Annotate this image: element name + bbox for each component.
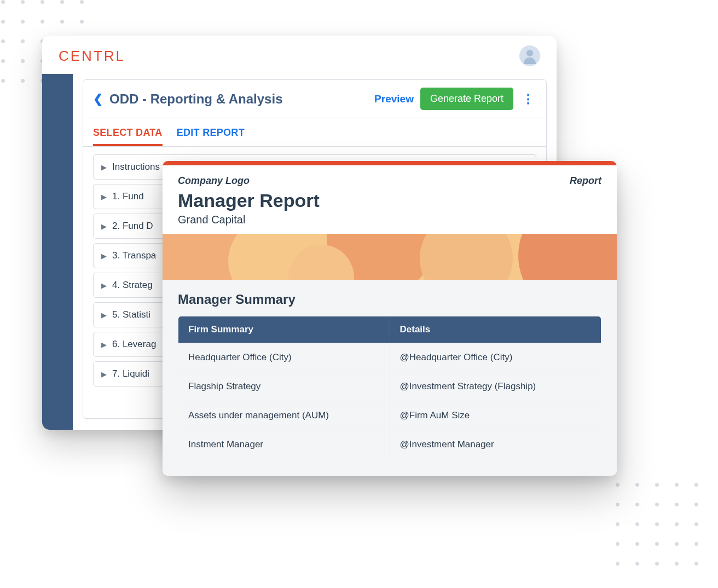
report-type-label: Report [570, 175, 601, 187]
table-header-details: Details [390, 316, 601, 343]
chevron-right-icon: ▶ [101, 311, 107, 319]
brand-logo: CENTRL [59, 48, 125, 65]
table-row: Headquarter Office (City) @Headquarter O… [178, 343, 601, 372]
table-row: Assets under management (AUM) @Firm AuM … [178, 401, 601, 430]
summary-table: Firm Summary Details Headquarter Office … [178, 316, 601, 459]
app-header: CENTRL [42, 36, 557, 74]
summary-title: Manager Summary [178, 292, 601, 307]
cell-detail: @Investment Strategy (Flagship) [390, 372, 601, 401]
table-row: Flagship Strategy @Investment Strategy (… [178, 372, 601, 401]
company-logo-placeholder: Company Logo [178, 175, 250, 187]
cell-firm: Headquarter Office (City) [178, 343, 390, 372]
section-label: 3. Transpa [112, 250, 156, 261]
chevron-right-icon: ▶ [101, 341, 107, 349]
avatar[interactable] [519, 45, 540, 66]
report-subtitle: Grand Capital [178, 214, 601, 226]
section-label: 5. Statisti [112, 309, 150, 320]
preview-link[interactable]: Preview [374, 93, 414, 105]
chevron-right-icon: ▶ [101, 163, 107, 171]
tab-edit-report[interactable]: EDIT REPORT [177, 127, 245, 146]
panel-header: ❮ ODD - Reporting & Analysis Preview Gen… [83, 80, 546, 118]
generate-report-button[interactable]: Generate Report [420, 88, 513, 110]
report-header: Company Logo Report Manager Report Grand… [163, 165, 617, 234]
page-title: ODD - Reporting & Analysis [109, 91, 368, 107]
decorative-dots-bottom [616, 483, 699, 566]
cell-firm: Assets under management (AUM) [178, 401, 390, 430]
table-row: Instment Manager @Investment Manager [178, 430, 601, 459]
chevron-right-icon: ▶ [101, 222, 107, 230]
cell-firm: Instment Manager [178, 430, 390, 459]
report-preview-card: Company Logo Report Manager Report Grand… [163, 161, 617, 476]
back-chevron-icon[interactable]: ❮ [93, 92, 103, 106]
cell-detail: @Firm AuM Size [390, 401, 601, 430]
tab-select-data[interactable]: SELECT DATA [93, 127, 163, 146]
report-accent-bar [163, 161, 617, 165]
report-body: Manager Summary Firm Summary Details Hea… [163, 280, 617, 476]
table-header-firm: Firm Summary [178, 316, 390, 343]
chevron-right-icon: ▶ [101, 370, 107, 378]
report-title: Manager Report [178, 190, 601, 211]
cell-firm: Flagship Strategy [178, 372, 390, 401]
chevron-right-icon: ▶ [101, 281, 107, 290]
section-label: 4. Strateg [112, 280, 153, 291]
more-menu-icon[interactable]: ⋮ [520, 92, 536, 106]
sidebar-strip [42, 74, 73, 430]
section-label: 7. Liquidi [112, 368, 149, 379]
tabs: SELECT DATA EDIT REPORT [83, 118, 546, 147]
section-label: 2. Fund D [112, 221, 153, 232]
chevron-right-icon: ▶ [101, 252, 107, 260]
section-label: Instructions [112, 162, 160, 172]
section-label: 6. Leverag [112, 339, 156, 350]
decorative-pattern-band [163, 234, 617, 280]
cell-detail: @Headquarter Office (City) [390, 343, 601, 372]
chevron-right-icon: ▶ [101, 193, 107, 201]
section-label: 1. Fund [112, 191, 144, 202]
cell-detail: @Investment Manager [390, 430, 601, 459]
